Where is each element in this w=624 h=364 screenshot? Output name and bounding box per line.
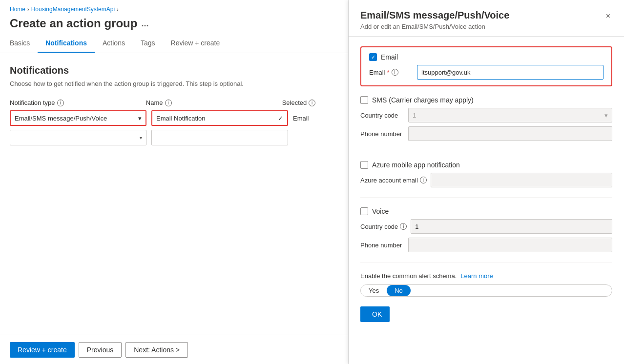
mobile-section: Azure mobile app notification Azure acco… <box>360 161 612 187</box>
next-button[interactable]: Next: Actions > <box>125 342 188 358</box>
voice-label: Voice <box>372 207 389 215</box>
breadcrumb-api[interactable]: HousingManagementSystemApi <box>31 6 115 13</box>
schema-toggle-group: Yes No <box>360 284 612 297</box>
ok-row: OK <box>360 306 612 322</box>
sms-country-arrow-icon: ▾ <box>604 112 608 119</box>
voice-country-input[interactable] <box>411 219 612 234</box>
sms-checkbox-row: SMS (Carrier charges may apply) <box>360 96 612 104</box>
mobile-checkbox[interactable] <box>360 161 368 169</box>
table-row-empty: ▾ <box>10 130 338 145</box>
tab-basics[interactable]: Basics <box>10 34 38 53</box>
sms-phone-row: Phone number <box>360 126 612 141</box>
selected-info-icon[interactable]: i <box>309 100 315 106</box>
voice-phone-row: Phone number <box>360 238 612 252</box>
page-title: Create an action group <box>10 17 137 30</box>
name-checkmark-icon: ✓ <box>278 115 283 122</box>
previous-button[interactable]: Previous <box>79 342 122 358</box>
email-checkbox-row: Email <box>369 53 603 61</box>
page-title-container: Create an action group ... <box>0 17 348 34</box>
required-star: * <box>387 69 390 76</box>
email-field-row: Email * i <box>369 65 603 80</box>
sms-phone-label: Phone number <box>360 130 404 138</box>
col-type-header: Notification type i <box>10 99 146 106</box>
email-field-label: Email * i <box>369 69 413 76</box>
panel-close-button[interactable]: × <box>604 10 612 22</box>
mobile-info-icon[interactable]: i <box>420 177 427 183</box>
panel-body: Email Email * i SMS (Carrier charges may… <box>349 37 624 332</box>
email-section: Email Email * i <box>360 46 612 86</box>
review-create-button[interactable]: Review + create <box>10 342 75 358</box>
sms-country-row: Country code 1 ▾ <box>360 108 612 122</box>
breadcrumb: Home › HousingManagementSystemApi › <box>0 0 348 17</box>
empty-type-dropdown[interactable]: ▾ <box>10 130 146 145</box>
tab-review-create[interactable]: Review + create <box>163 34 228 53</box>
tab-notifications[interactable]: Notifications <box>38 34 95 53</box>
schema-label-row: Enable the common alert schema. Learn mo… <box>360 272 612 280</box>
sms-label: SMS (Carrier charges may apply) <box>372 96 474 104</box>
voice-checkbox[interactable] <box>360 207 368 215</box>
schema-no-button[interactable]: No <box>387 285 411 296</box>
notification-name-input[interactable]: Email Notification ✓ <box>151 110 288 126</box>
mobile-label: Azure mobile app notification <box>372 161 460 169</box>
dropdown-arrow-icon: ▾ <box>138 115 142 122</box>
schema-yes-button[interactable]: Yes <box>361 285 387 296</box>
sms-phone-input[interactable] <box>408 126 612 141</box>
left-panel: Home › HousingManagementSystemApi › Crea… <box>0 0 349 364</box>
name-info-icon[interactable]: i <box>165 100 172 106</box>
ok-button[interactable]: OK <box>360 306 390 322</box>
mobile-email-label: Azure account email i <box>360 177 427 184</box>
section-desc: Choose how to get notified when the acti… <box>10 80 338 87</box>
schema-section: Enable the common alert schema. Learn mo… <box>360 272 612 297</box>
panel-subtitle: Add or edit an Email/SMS/Push/Voice acti… <box>360 23 509 30</box>
sms-country-select[interactable]: 1 ▾ <box>408 108 612 122</box>
tab-actions[interactable]: Actions <box>95 34 133 53</box>
divider-2 <box>360 197 612 198</box>
voice-section: Voice Country code i Phone number <box>360 207 612 252</box>
nav-tabs: Basics Notifications Actions Tags Review… <box>0 34 348 53</box>
voice-country-info-icon[interactable]: i <box>400 223 407 230</box>
mobile-email-row: Azure account email i <box>360 173 612 187</box>
sms-country-label: Country code <box>360 112 404 119</box>
content-area: Notifications Choose how to get notified… <box>0 53 348 335</box>
voice-phone-input[interactable] <box>408 238 612 252</box>
breadcrumb-sep2: › <box>117 6 119 12</box>
table-row-1: Email/SMS message/Push/Voice ▾ Email Not… <box>10 110 338 126</box>
email-info-icon[interactable]: i <box>392 69 398 76</box>
notification-type-dropdown[interactable]: Email/SMS message/Push/Voice ▾ <box>10 110 146 126</box>
right-panel: Email/SMS message/Push/Voice Add or edit… <box>349 0 624 364</box>
schema-label-text: Enable the common alert schema. <box>360 272 457 280</box>
page-title-menu[interactable]: ... <box>141 19 148 29</box>
col-selected-header: Selected i <box>282 99 338 106</box>
mobile-email-input[interactable] <box>431 173 612 187</box>
voice-country-label: Country code i <box>360 223 407 230</box>
panel-header: Email/SMS message/Push/Voice Add or edit… <box>349 0 624 37</box>
section-title: Notifications <box>10 65 338 76</box>
schema-toggle-row: Yes No <box>360 284 612 297</box>
email-input[interactable] <box>417 65 603 80</box>
email-checkbox[interactable] <box>369 53 377 61</box>
email-label: Email <box>381 53 398 61</box>
sms-checkbox[interactable] <box>360 96 368 104</box>
mobile-checkbox-row: Azure mobile app notification <box>360 161 612 169</box>
empty-dropdown-arrow-icon: ▾ <box>140 135 142 141</box>
breadcrumb-sep1: › <box>27 6 29 12</box>
sms-section: SMS (Carrier charges may apply) Country … <box>360 96 612 141</box>
tab-tags[interactable]: Tags <box>133 34 163 53</box>
selected-value: Email <box>293 115 309 122</box>
col-name-header: Name i <box>146 99 282 106</box>
voice-country-row: Country code i <box>360 219 612 234</box>
breadcrumb-home[interactable]: Home <box>10 6 25 13</box>
table-header: Notification type i Name i Selected i <box>10 99 338 106</box>
empty-name-input[interactable] <box>151 130 288 145</box>
panel-title: Email/SMS message/Push/Voice <box>360 10 509 21</box>
bottom-bar: Review + create Previous Next: Actions > <box>0 335 348 364</box>
type-info-icon[interactable]: i <box>57 100 64 106</box>
divider-1 <box>360 151 612 151</box>
schema-learn-more-link[interactable]: Learn more <box>460 272 493 280</box>
voice-checkbox-row: Voice <box>360 207 612 215</box>
divider-3 <box>360 262 612 263</box>
panel-header-text: Email/SMS message/Push/Voice Add or edit… <box>360 10 509 30</box>
voice-phone-label: Phone number <box>360 242 404 249</box>
